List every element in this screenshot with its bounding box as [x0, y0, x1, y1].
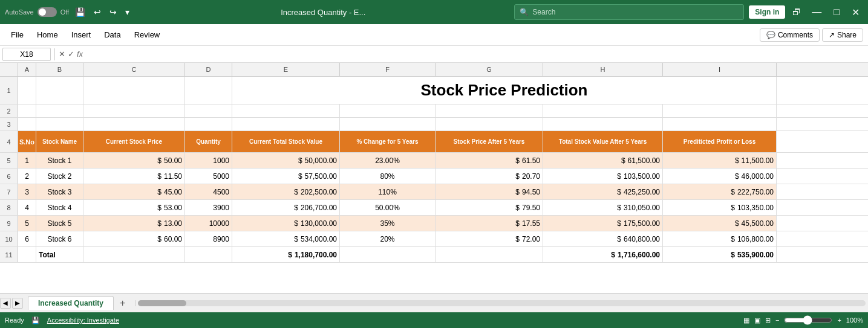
cell-h9[interactable]: $175,500.00 — [543, 216, 663, 231]
cell-a6[interactable]: 2 — [18, 169, 36, 184]
cell-g10[interactable]: $72.00 — [436, 231, 543, 246]
menu-review[interactable]: Review — [128, 28, 166, 42]
cell-i8[interactable]: $103,350.00 — [663, 200, 777, 215]
cell-f6[interactable]: 80% — [340, 169, 436, 184]
cell-e3[interactable] — [232, 118, 340, 130]
search-box[interactable]: 🔍 Search — [514, 4, 744, 20]
zoom-plus-icon[interactable]: + — [837, 317, 841, 324]
close-button[interactable]: ✕ — [848, 7, 863, 18]
autosave-toggle[interactable] — [38, 7, 57, 17]
cell-d6[interactable]: 5000 — [185, 169, 232, 184]
confirm-formula-icon[interactable]: ✓ — [68, 50, 74, 59]
cell-b4[interactable]: Stock Name — [36, 131, 83, 152]
sheet-body[interactable]: A B C D E F G H I 1 Stock Price Predicti… — [0, 63, 868, 293]
cell-a5[interactable]: 1 — [18, 153, 36, 168]
fx-icon[interactable]: fx — [77, 50, 83, 59]
cell-g4[interactable]: Stock Price After 5 Years — [436, 131, 543, 152]
cell-h4[interactable]: Total Stock Value After 5 Years — [543, 131, 663, 152]
cell-i6[interactable]: $46,000.00 — [663, 169, 777, 184]
cell-c1[interactable] — [83, 77, 185, 104]
sheet-tab-increased-quantity[interactable]: Increased Quantity — [28, 296, 114, 310]
page-break-icon[interactable]: ⊞ — [765, 317, 771, 324]
cell-c6[interactable]: $11.50 — [83, 169, 185, 184]
cell-i4[interactable]: Predi​ticted Profit or Loss — [663, 131, 777, 152]
cell-c3[interactable] — [83, 118, 185, 130]
cell-c5[interactable]: $50.00 — [83, 153, 185, 168]
cell-f11[interactable] — [340, 247, 436, 262]
cell-b1[interactable] — [36, 77, 83, 104]
cell-d11[interactable] — [185, 247, 232, 262]
cell-h7[interactable]: $425,250.00 — [543, 184, 663, 199]
cell-d8[interactable]: 3900 — [185, 200, 232, 215]
cell-f5[interactable]: 23.00% — [340, 153, 436, 168]
cell-d7[interactable]: 4500 — [185, 184, 232, 199]
cell-g8[interactable]: $79.50 — [436, 200, 543, 215]
cell-g5[interactable]: $61.50 — [436, 153, 543, 168]
cell-f9[interactable]: 35% — [340, 216, 436, 231]
cell-a7[interactable]: 3 — [18, 184, 36, 199]
cell-h8[interactable]: $310,050.00 — [543, 200, 663, 215]
zoom-minus-icon[interactable]: − — [775, 317, 779, 324]
zoom-slider[interactable] — [784, 315, 832, 325]
cell-g6[interactable]: $20.70 — [436, 169, 543, 184]
cell-i3[interactable] — [663, 118, 777, 130]
restore-button[interactable]: 🗗 — [790, 6, 803, 18]
menu-data[interactable]: Data — [98, 28, 126, 42]
cell-b9[interactable]: Stock 5 — [36, 216, 83, 231]
cell-i5[interactable]: $11,500.00 — [663, 153, 777, 168]
cell-f2[interactable] — [340, 105, 436, 117]
col-g-header[interactable]: G — [436, 63, 543, 76]
cell-b6[interactable]: Stock 2 — [36, 169, 83, 184]
minimize-button[interactable]: — — [808, 7, 825, 18]
formula-input[interactable] — [85, 50, 866, 59]
cell-a3[interactable] — [18, 118, 36, 130]
cell-d4[interactable]: Quantity — [185, 131, 232, 152]
cell-a4[interactable]: S.No — [18, 131, 36, 152]
add-sheet-button[interactable]: + — [115, 295, 130, 311]
cell-d3[interactable] — [185, 118, 232, 130]
cell-i10[interactable]: $106,800.00 — [663, 231, 777, 246]
cell-d9[interactable]: 10000 — [185, 216, 232, 231]
cell-g3[interactable] — [436, 118, 543, 130]
cell-e2[interactable] — [232, 105, 340, 117]
redo-button[interactable]: ↪ — [107, 6, 119, 18]
tab-next-button[interactable]: ▶ — [12, 298, 23, 309]
cell-g11[interactable] — [436, 247, 543, 262]
col-e-header[interactable]: E — [232, 63, 340, 76]
cell-h2[interactable] — [543, 105, 663, 117]
cell-b7[interactable]: Stock 3 — [36, 184, 83, 199]
cell-title[interactable]: Stock Price Prediction — [232, 77, 777, 104]
cell-b10[interactable]: Stock 6 — [36, 231, 83, 246]
cell-h10[interactable]: $640,800.00 — [543, 231, 663, 246]
cell-h11[interactable]: $1,716,600.00 — [543, 247, 663, 262]
cell-f8[interactable]: 50.00% — [340, 200, 436, 215]
cell-e5[interactable]: $50,000.00 — [232, 153, 340, 168]
menu-home[interactable]: Home — [31, 28, 64, 42]
cell-e8[interactable]: $206,700.00 — [232, 200, 340, 215]
cell-a10[interactable]: 6 — [18, 231, 36, 246]
menu-insert[interactable]: Insert — [65, 28, 97, 42]
cell-c7[interactable]: $45.00 — [83, 184, 185, 199]
cell-e7[interactable]: $202,500.00 — [232, 184, 340, 199]
col-b-header[interactable]: B — [36, 63, 83, 76]
cell-d10[interactable]: 8900 — [185, 231, 232, 246]
cell-g7[interactable]: $94.50 — [436, 184, 543, 199]
customize-button[interactable]: ▾ — [123, 6, 132, 18]
cell-e9[interactable]: $130,000.00 — [232, 216, 340, 231]
cell-d1[interactable] — [185, 77, 232, 104]
h-scrollbar[interactable] — [135, 300, 868, 306]
col-c-header[interactable]: C — [83, 63, 185, 76]
cell-b11-total[interactable]: Total — [36, 247, 83, 262]
cell-i2[interactable] — [663, 105, 777, 117]
grid-view-icon[interactable]: ▦ — [743, 317, 749, 324]
cell-c10[interactable]: $60.00 — [83, 231, 185, 246]
cell-c11[interactable] — [83, 247, 185, 262]
name-box[interactable] — [2, 48, 51, 61]
signin-button[interactable]: Sign in — [749, 5, 785, 19]
menu-file[interactable]: File — [5, 28, 30, 42]
col-f-header[interactable]: F — [340, 63, 436, 76]
cell-h6[interactable]: $103,500.00 — [543, 169, 663, 184]
cell-f3[interactable] — [340, 118, 436, 130]
undo-button[interactable]: ↩ — [91, 6, 103, 18]
maximize-button[interactable]: □ — [830, 7, 843, 18]
